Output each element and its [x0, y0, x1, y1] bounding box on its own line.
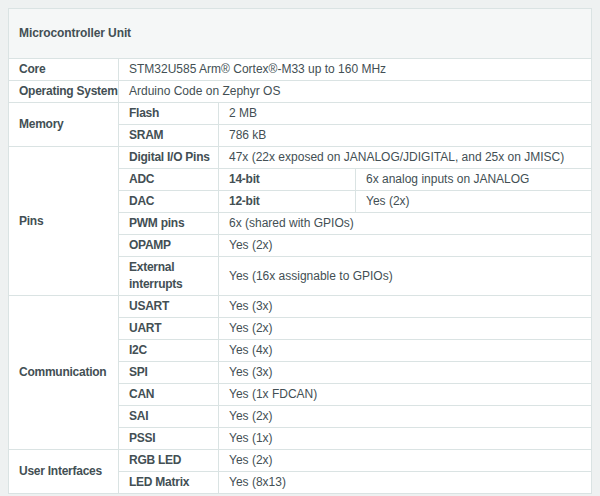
usart-label: USART: [119, 296, 219, 318]
communication-group-label: Communication: [9, 296, 119, 450]
uart-label: UART: [119, 318, 219, 340]
row-operating-system: Operating System Arduino Code on Zephyr …: [9, 81, 592, 103]
can-value: Yes (1x FDCAN): [219, 384, 592, 406]
adc-value: 6x analog inputs on JANALOG: [356, 169, 592, 191]
usart-value: Yes (3x): [219, 296, 592, 318]
row-core: Core STM32U585 Arm® Cortex®-M33 up to 16…: [9, 59, 592, 81]
led-matrix-label: LED Matrix: [119, 472, 219, 494]
pwm-label: PWM pins: [119, 213, 219, 235]
table-title: Microcontroller Unit: [9, 9, 592, 59]
digital-io-value: 47x (22x exposed on JANALOG/JDIGITAL, an…: [219, 147, 592, 169]
row-user-interfaces-rgb-led: User Interfaces RGB LED Yes (2x): [9, 450, 592, 472]
memory-group-label: Memory: [9, 103, 119, 147]
opamp-value: Yes (2x): [219, 235, 592, 257]
pwm-value: 6x (shared with GPIOs): [219, 213, 592, 235]
dac-value: Yes (2x): [356, 191, 592, 213]
pssi-label: PSSI: [119, 428, 219, 450]
dac-resolution: 12-bit: [219, 191, 356, 213]
led-matrix-value: Yes (8x13): [219, 472, 592, 494]
flash-label: Flash: [119, 103, 219, 125]
row-communication-usart: Communication USART Yes (3x): [9, 296, 592, 318]
operating-system-value: Arduino Code on Zephyr OS: [119, 81, 592, 103]
sai-label: SAI: [119, 406, 219, 428]
spi-label: SPI: [119, 362, 219, 384]
operating-system-label: Operating System: [9, 81, 119, 103]
row-memory-flash: Memory Flash 2 MB: [9, 103, 592, 125]
rgb-led-label: RGB LED: [119, 450, 219, 472]
pins-group-label: Pins: [9, 147, 119, 296]
uart-value: Yes (2x): [219, 318, 592, 340]
external-interrupts-label: External interrupts: [119, 257, 219, 296]
core-label: Core: [9, 59, 119, 81]
sram-label: SRAM: [119, 125, 219, 147]
adc-resolution: 14-bit: [219, 169, 356, 191]
rgb-led-value: Yes (2x): [219, 450, 592, 472]
i2c-label: I2C: [119, 340, 219, 362]
core-value: STM32U585 Arm® Cortex®-M33 up to 160 MHz: [119, 59, 592, 81]
row-pins-digital-io: Pins Digital I/O Pins 47x (22x exposed o…: [9, 147, 592, 169]
sram-value: 786 kB: [219, 125, 592, 147]
user-interfaces-group-label: User Interfaces: [9, 450, 119, 494]
opamp-label: OPAMP: [119, 235, 219, 257]
digital-io-label: Digital I/O Pins: [119, 147, 219, 169]
sai-value: Yes (2x): [219, 406, 592, 428]
dac-label: DAC: [119, 191, 219, 213]
table-header-row: Microcontroller Unit: [9, 9, 592, 59]
can-label: CAN: [119, 384, 219, 406]
pssi-value: Yes (1x): [219, 428, 592, 450]
adc-label: ADC: [119, 169, 219, 191]
mcu-spec-table: Microcontroller Unit Core STM32U585 Arm®…: [8, 8, 592, 494]
spi-value: Yes (3x): [219, 362, 592, 384]
i2c-value: Yes (4x): [219, 340, 592, 362]
flash-value: 2 MB: [219, 103, 592, 125]
external-interrupts-value: Yes (16x assignable to GPIOs): [219, 257, 592, 296]
